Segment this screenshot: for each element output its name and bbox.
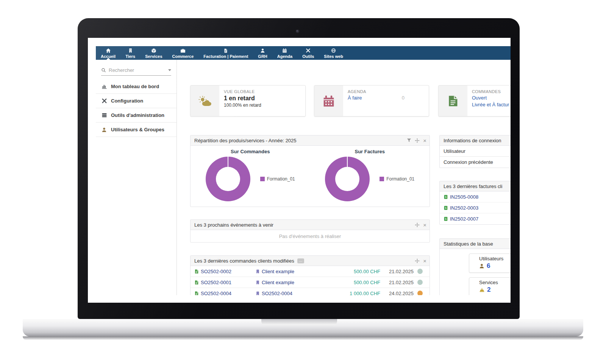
events-widget-title: Les 3 prochains événements à venir <box>194 222 273 228</box>
company-icon <box>256 291 260 296</box>
orders-open-link[interactable]: Ouvert <box>472 95 487 101</box>
sidebar-item-admin-tools[interactable]: Outils d'administration <box>96 108 176 123</box>
nav-item-commerce[interactable]: Commerce <box>167 46 199 60</box>
nav-item-services[interactable]: Services <box>140 46 167 60</box>
agenda-todo-count: 0 <box>402 95 405 101</box>
left-sidebar: Rechercher Mon tableau de bord <box>96 60 177 295</box>
file-icon <box>223 48 228 53</box>
late-count: 1 en retard <box>224 95 301 102</box>
company-icon <box>256 269 260 274</box>
user-icon <box>260 48 265 53</box>
user-icon <box>100 127 108 132</box>
order-amount: 1 000.00 CHF <box>337 291 380 296</box>
building-icon <box>128 48 133 53</box>
nav-item-tiers[interactable]: Tiers <box>120 46 140 60</box>
stats-widget: Statistiques de la base Utilisateurs 6 S… <box>439 238 511 295</box>
legend-swatch <box>260 177 265 181</box>
laptop-base-shadow <box>23 336 583 340</box>
nav-item-accueil[interactable]: Accueil <box>96 46 120 60</box>
filter-icon[interactable] <box>407 138 411 143</box>
nav-item-facturation[interactable]: Facturation | Paiement <box>198 46 253 60</box>
status-badge <box>417 269 423 274</box>
barchart-icon <box>100 84 108 89</box>
laptop-notch <box>261 319 337 327</box>
nav-item-outils[interactable]: Outils <box>297 46 319 60</box>
order-date: 21.02.2025 <box>380 269 414 274</box>
briefcase-icon <box>180 48 186 53</box>
order-ref-link[interactable]: SO2502-0004 <box>201 291 231 296</box>
order-ref-link[interactable]: SO2502-0004 <box>262 291 292 296</box>
donut-factures <box>325 157 370 201</box>
connection-row-user: Utilisateur <box>440 146 511 157</box>
chevron-down-icon[interactable] <box>168 69 171 71</box>
order-doc-icon <box>194 291 199 296</box>
sun-cloud-icon <box>191 86 219 116</box>
laptop-bezel: Accueil Tiers Services <box>78 18 520 319</box>
connection-widget: Informations de connexion Utilisateur Co… <box>439 135 511 168</box>
infobox-vue-globale[interactable]: VUE GLOBALE 1 en retard 100.00% en retar… <box>190 85 306 117</box>
close-icon[interactable]: × <box>423 222 426 228</box>
order-doc-icon <box>194 280 199 285</box>
nav-item-sitesweb[interactable]: Sites web <box>319 46 348 60</box>
infobox-agenda[interactable]: AGENDA À faire 0 <box>314 85 429 117</box>
order-date: 24.02.2025 <box>380 291 414 296</box>
agenda-todo-link[interactable]: À faire <box>348 95 362 101</box>
nav-item-grh[interactable]: GRH <box>253 46 272 60</box>
sidebar-item-users-groups[interactable]: Utilisateurs & Groupes <box>96 123 176 137</box>
nav-item-agenda[interactable]: Agenda <box>272 46 297 60</box>
no-events-text: Pas d'événements à réaliser <box>191 230 430 242</box>
order-row: SO2502-0002 Client example 500.00 CHF 21… <box>191 266 430 277</box>
connection-row-previous: Connexion précédente <box>440 157 511 168</box>
infobox-title: COMMANDES <box>472 89 511 94</box>
tools-icon <box>100 98 108 104</box>
legend-swatch <box>380 177 384 181</box>
order-ref-link[interactable]: SO2502-0002 <box>201 269 231 274</box>
order-client-link[interactable]: Client example <box>262 269 294 274</box>
invoice-icon: $ <box>444 194 448 199</box>
move-icon[interactable] <box>415 138 420 143</box>
stats-widget-title: Statistiques de la base <box>444 241 493 247</box>
svg-text:$: $ <box>445 217 447 221</box>
calendar-icon <box>314 86 343 116</box>
order-client-link[interactable]: Client example <box>262 280 294 285</box>
move-icon[interactable] <box>415 222 420 227</box>
close-icon[interactable]: × <box>423 258 426 264</box>
donut-chart-factures: Sur Factures Formation_01 <box>310 149 430 207</box>
infobox-commandes[interactable]: COMMANDES Ouvert Livrée et À factur <box>438 85 511 117</box>
move-icon[interactable] <box>415 258 420 263</box>
chart-widget-title: Répartition des produis/services - Année… <box>194 138 297 143</box>
company-icon <box>256 280 260 285</box>
orders-widget-title: Les 3 dernières commandes clients modifi… <box>194 258 294 264</box>
orders-delivered-link[interactable]: Livrée et À factur <box>472 102 509 107</box>
bell-icon <box>479 287 485 292</box>
chart-widget: Répartition des produis/services - Année… <box>190 135 430 207</box>
invoice-icon: $ <box>444 216 448 221</box>
order-ref-link[interactable]: SO2502-0001 <box>201 280 231 285</box>
donut-commandes <box>206 157 250 201</box>
stat-card-users[interactable]: Utilisateurs 6 <box>469 254 511 273</box>
invoice-row: $ IN2502-0007 <box>440 213 511 224</box>
invoice-ref-link[interactable]: IN2502-0007 <box>450 216 478 222</box>
cube-icon <box>151 48 156 53</box>
svg-text:$: $ <box>445 195 447 199</box>
svg-text:$: $ <box>445 206 447 210</box>
legend-commandes: Formation_01 <box>260 176 295 182</box>
invoices-widget-title: Les 3 dernières factures cli <box>444 184 502 189</box>
search-placeholder: Rechercher <box>109 67 168 73</box>
laptop-screen: Accueil Tiers Services <box>88 38 511 303</box>
stat-card-services[interactable]: Services 2 <box>469 277 511 295</box>
user-icon <box>479 263 484 269</box>
order-amount: 500.00 CHF <box>337 269 380 274</box>
more-button[interactable]: ... <box>297 258 304 263</box>
search-input[interactable]: Rechercher <box>101 67 171 76</box>
invoice-icon: $ <box>444 205 448 210</box>
globe-icon <box>331 48 336 53</box>
services-count: 2 <box>487 286 490 294</box>
invoice-ref-link[interactable]: IN2502-0003 <box>450 205 478 211</box>
sidebar-item-configuration[interactable]: Configuration <box>96 94 176 108</box>
invoice-ref-link[interactable]: IN2505-0008 <box>450 194 478 200</box>
calendar-icon <box>282 48 287 53</box>
home-icon <box>106 48 111 53</box>
sidebar-item-dashboard[interactable]: Mon tableau de bord <box>96 79 176 94</box>
close-icon[interactable]: × <box>423 138 426 143</box>
